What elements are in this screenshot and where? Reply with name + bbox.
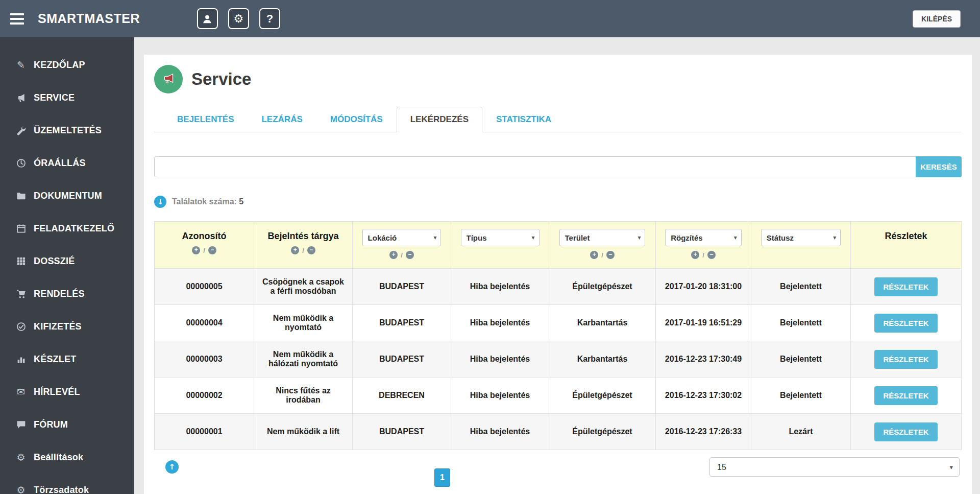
menu-icon[interactable] — [10, 13, 26, 25]
sort-separator: / — [302, 247, 304, 254]
cell-statusz: Bejelentett — [751, 378, 851, 414]
logout-button[interactable]: KILÉPÉS — [913, 10, 961, 28]
sidebar: ✎KEZDŐLAPSERVICEÜZEMELTETÉSÓRAÁLLÁSDOKUM… — [0, 37, 134, 494]
sidebar-item-dosszie[interactable]: DOSSZIÉ — [0, 245, 134, 277]
search-button[interactable]: KERESÉS — [916, 156, 962, 177]
sort-ascending-icon[interactable]: + — [192, 246, 200, 254]
details-button[interactable]: RÉSZLETEK — [874, 314, 937, 333]
sidebar-item-beallitasok[interactable]: ⚙Beállítások — [0, 441, 134, 474]
sidebar-item-rendeles[interactable]: RENDELÉS — [0, 277, 134, 310]
user-button[interactable] — [197, 8, 218, 29]
sort-descending-icon[interactable]: − — [707, 251, 716, 259]
page-header: Service — [154, 63, 962, 93]
sort-ascending-icon[interactable]: + — [691, 251, 699, 259]
sidebar-item-forum[interactable]: FÓRUM — [0, 408, 134, 441]
table-row: 00000001Nem működik a liftBUDAPESTHiba b… — [155, 414, 962, 450]
sidebar-item-label: FÓRUM — [34, 419, 68, 430]
search-input[interactable] — [154, 156, 916, 177]
sort-descending-icon[interactable]: − — [606, 251, 615, 259]
sidebar-item-label: HÍRLEVÉL — [34, 387, 80, 397]
sidebar-item-label: KEZDŐLAP — [34, 60, 85, 70]
wrench-icon — [15, 126, 27, 135]
sort-descending-icon[interactable]: − — [307, 246, 315, 254]
filter-select-terulet[interactable]: Terület — [559, 229, 646, 246]
sidebar-item-label: FELADATKEZELŐ — [34, 223, 114, 234]
cell-bejelntes-targya: Nem működik a lift — [254, 414, 353, 450]
sidebar-item-feladatkezelo[interactable]: FELADATKEZELŐ — [0, 212, 134, 245]
column-header-statusz: Státusz▾ — [751, 222, 851, 269]
filter-select-rogzites[interactable]: Rögzítés — [665, 229, 742, 246]
cell-lokacio: BUDAPEST — [353, 305, 451, 341]
page-title: Service — [191, 69, 251, 89]
clock-icon — [15, 158, 27, 168]
filter-wrap-tipus: Típus▾ — [461, 229, 540, 246]
filter-select-statusz[interactable]: Státusz — [761, 229, 841, 246]
sidebar-item-kifizetes[interactable]: KIFIZETÉS — [0, 310, 134, 343]
sidebar-item-label: KIFIZETÉS — [34, 321, 82, 332]
sidebar-item-torzsadatok[interactable]: ⚙Törzsadatok — [0, 474, 134, 494]
column-header-tipus: Típus▾ — [451, 222, 549, 269]
tab-bejelentes[interactable]: BEJELENTÉS — [163, 107, 248, 132]
settings-button[interactable]: ⚙ — [228, 8, 249, 29]
sidebar-item-keszlet[interactable]: KÉSZLET — [0, 343, 134, 375]
filter-wrap-lokacio: Lokáció▾ — [362, 229, 442, 246]
sidebar-item-dokumentum[interactable]: DOKUMENTUM — [0, 179, 134, 212]
page-size-select[interactable]: 15 — [709, 457, 960, 477]
cell-terulet: Épületgépészet — [549, 414, 656, 450]
details-button[interactable]: RÉSZLETEK — [874, 386, 937, 405]
results-label-text: Találatok száma: — [172, 197, 237, 206]
sort-controls: +/− — [258, 246, 348, 254]
sidebar-item-service[interactable]: SERVICE — [0, 81, 134, 114]
tab-lekerdezes[interactable]: LEKÉRDEZÉS — [397, 107, 482, 132]
tab-lezaras[interactable]: LEZÁRÁS — [248, 107, 316, 132]
scroll-top-icon[interactable]: ↑ — [165, 460, 179, 474]
megaphone-icon — [154, 65, 183, 93]
gear-icon: ⚙ — [15, 485, 27, 494]
details-button[interactable]: RÉSZLETEK — [874, 277, 937, 296]
sort-controls: +/− — [159, 246, 250, 254]
sidebar-item-hirlevel[interactable]: ✉HÍRLEVÉL — [0, 375, 134, 408]
help-button[interactable]: ? — [259, 8, 280, 29]
content-panel: Service BEJELENTÉSLEZÁRÁSMÓDOSÍTÁSLEKÉRD… — [144, 55, 972, 494]
table-footer: ↑ 1 15 ▾ — [154, 457, 962, 494]
sidebar-item-label: DOSSZIÉ — [34, 256, 75, 267]
tab-statisztika[interactable]: STATISZTIKA — [482, 107, 565, 132]
envelope-icon: ✉ — [15, 387, 27, 397]
cell-tipus: Hiba bejelentés — [451, 414, 549, 450]
column-header-rogzites: Rögzítés▾+/− — [656, 222, 751, 269]
sort-descending-icon[interactable]: − — [208, 246, 216, 254]
app-title: SMARTMASTER — [38, 11, 140, 26]
filter-select-tipus[interactable]: Típus — [461, 229, 540, 246]
table-row: 00000005Csöpögnek a csapok a férfi mosdó… — [155, 269, 962, 305]
results-table: Azonosító+/−Bejelntés tárgya+/−Lokáció▾+… — [154, 221, 962, 450]
cell-bejelntes-targya: Nincs fűtés az irodában — [254, 378, 353, 414]
cell-azonosito: 00000004 — [155, 305, 254, 341]
sort-ascending-icon[interactable]: + — [389, 251, 398, 259]
results-row: ↓ Találatok száma: 5 — [154, 196, 962, 208]
gear-icon: ⚙ — [15, 453, 27, 462]
sidebar-item-label: Beállítások — [34, 452, 83, 463]
sort-ascending-icon[interactable]: + — [590, 251, 598, 259]
filter-select-lokacio[interactable]: Lokáció — [362, 229, 442, 246]
sidebar-item-label: RENDELÉS — [34, 289, 85, 299]
search-bar: KERESÉS — [154, 156, 962, 177]
sidebar-item-uzemeltetes[interactable]: ÜZEMELTETÉS — [0, 114, 134, 147]
cell-azonosito: 00000003 — [155, 341, 254, 378]
details-button[interactable]: RÉSZLETEK — [874, 422, 937, 441]
sidebar-item-kezdolap[interactable]: ✎KEZDŐLAP — [0, 49, 134, 81]
filter-wrap-rogzites: Rögzítés▾ — [665, 229, 742, 246]
sort-controls: +/− — [357, 251, 447, 259]
sidebar-item-oraallas[interactable]: ÓRAÁLLÁS — [0, 147, 134, 179]
details-button[interactable]: RÉSZLETEK — [874, 350, 937, 369]
megaphone-icon — [15, 93, 27, 103]
sort-separator: / — [702, 251, 704, 259]
sort-descending-icon[interactable]: − — [406, 251, 414, 259]
page-size-wrap: 15 ▾ — [709, 457, 960, 477]
tab-modositas[interactable]: MÓDOSÍTÁS — [316, 107, 397, 132]
cell-rogzites: 2016-12-23 17:30:02 — [656, 378, 751, 414]
cell-statusz: Bejelentett — [751, 305, 851, 341]
page-1-button[interactable]: 1 — [434, 468, 450, 487]
main-content: Service BEJELENTÉSLEZÁRÁSMÓDOSÍTÁSLEKÉRD… — [134, 37, 980, 494]
sort-ascending-icon[interactable]: + — [291, 246, 299, 254]
collapse-arrow-icon[interactable]: ↓ — [154, 196, 166, 208]
